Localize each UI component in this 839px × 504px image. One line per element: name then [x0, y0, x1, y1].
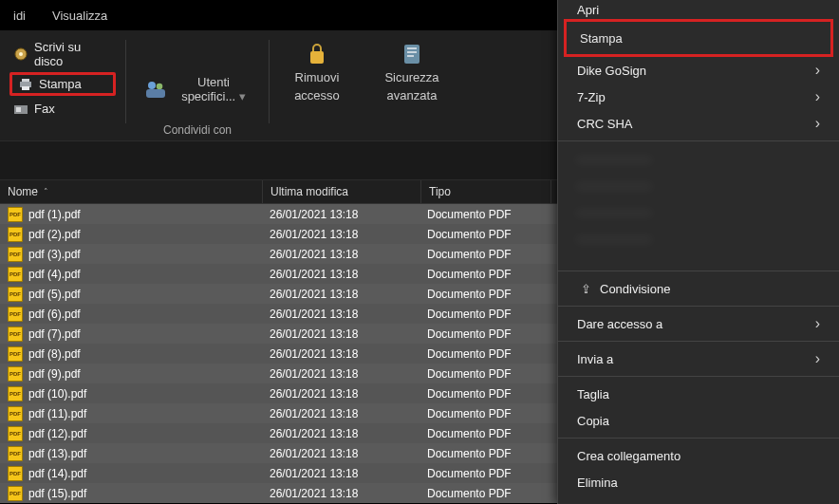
ctx-elimina[interactable]: Elimina [558, 469, 839, 495]
col-ultima-modifica[interactable]: Ultima modifica [263, 180, 421, 203]
scrivi-su-disco-button[interactable]: Scrivi su disco [9, 38, 116, 70]
cell-mod: 26/01/2021 13:18 [262, 367, 420, 381]
file-name: pdf (12).pdf [28, 427, 86, 440]
pdf-icon: PDF [8, 446, 23, 461]
cell-mod: 26/01/2021 13:18 [262, 248, 420, 261]
ctx-separator [558, 271, 839, 271]
file-name: pdf (11).pdf [28, 407, 86, 420]
file-name: pdf (4).pdf [28, 268, 81, 281]
cell-nome: PDFpdf (15).pdf [0, 486, 262, 501]
lock-icon [307, 42, 327, 66]
shield-icon [401, 42, 422, 66]
file-name: pdf (5).pdf [28, 288, 81, 301]
cell-tipo: Documento PDF [420, 467, 549, 480]
fax-label: Fax [34, 102, 55, 116]
cell-mod: 26/01/2021 13:18 [262, 387, 420, 401]
rimuovi-line2: accesso [294, 88, 340, 103]
ctx-blurred-items: —————— —————— —————— —————— [558, 145, 839, 267]
svg-rect-12 [407, 47, 417, 49]
fax-icon [13, 103, 28, 116]
cell-tipo: Documento PDF [420, 268, 549, 281]
cell-mod: 26/01/2021 13:18 [262, 347, 420, 361]
ctx-7zip[interactable]: 7-Zip [558, 84, 839, 110]
svg-rect-9 [146, 89, 165, 98]
sicur-line2: avanzata [387, 88, 438, 103]
cell-mod: 26/01/2021 13:18 [262, 327, 420, 341]
file-name: pdf (13).pdf [28, 447, 86, 460]
ctx-separator [558, 438, 839, 439]
cell-mod: 26/01/2021 13:18 [262, 447, 420, 460]
rimuovi-line1: Rimuovi [295, 70, 340, 84]
ctx-separator [558, 341, 839, 342]
ctx-dare-accesso[interactable]: Dare accesso a [558, 310, 839, 337]
pdf-icon: PDF [8, 486, 23, 501]
pdf-icon: PDF [8, 366, 23, 382]
cell-tipo: Documento PDF [420, 487, 549, 500]
cell-nome: PDFpdf (10).pdf [0, 386, 262, 401]
file-name: pdf (9).pdf [28, 367, 81, 381]
cell-nome: PDFpdf (2).pdf [0, 227, 262, 242]
scrivi-label: Scrivi su disco [34, 40, 112, 68]
pdf-icon: PDF [8, 327, 23, 342]
disc-icon [13, 47, 28, 62]
file-name: pdf (1).pdf [28, 208, 81, 221]
pdf-icon: PDF [8, 227, 23, 242]
col-tipo[interactable]: Tipo [421, 180, 551, 203]
cell-tipo: Documento PDF [420, 208, 549, 221]
tab-idi[interactable]: idi [0, 3, 39, 28]
svg-rect-4 [22, 86, 29, 90]
ctx-apri[interactable]: Apri [558, 0, 839, 19]
cell-tipo: Documento PDF [420, 308, 549, 321]
pdf-icon: PDF [8, 267, 23, 282]
sicurezza-avanzata-button[interactable]: Sicurezza avanzata [374, 38, 450, 106]
cell-nome: PDFpdf (12).pdf [0, 426, 262, 441]
cell-mod: 26/01/2021 13:18 [262, 308, 420, 321]
pdf-icon: PDF [8, 406, 23, 421]
ctx-crc-sha[interactable]: CRC SHA [558, 110, 839, 137]
ribbon-group-rimuovi: Rimuovi accesso [270, 38, 364, 140]
cell-mod: 26/01/2021 13:18 [262, 288, 420, 301]
cell-mod: 26/01/2021 13:18 [262, 407, 420, 420]
stampa-button[interactable]: Stampa [9, 72, 116, 96]
rimuovi-accesso-button[interactable]: Rimuovi accesso [279, 38, 355, 106]
ribbon-group-share: Utenti specifici... ▾ Condividi con [126, 38, 269, 140]
pdf-icon: PDF [8, 247, 23, 262]
file-name: pdf (10).pdf [28, 387, 86, 401]
utenti-specifici-button[interactable]: Utenti specifici... ▾ [136, 71, 259, 107]
cell-nome: PDFpdf (8).pdf [0, 346, 262, 362]
context-menu: Apri Stampa Dike GoSign 7-Zip CRC SHA ——… [557, 0, 839, 504]
file-name: pdf (2).pdf [28, 228, 81, 241]
svg-point-1 [19, 52, 23, 56]
ctx-rinomina[interactable]: Rinomina [558, 495, 839, 504]
cell-nome: PDFpdf (3).pdf [0, 247, 262, 262]
ribbon-group-sicurezza: Sicurezza avanzata [364, 38, 459, 140]
ctx-stampa[interactable]: Stampa [564, 19, 833, 57]
ribbon-group-send: Scrivi su disco Stampa Fax [0, 38, 125, 140]
fax-button[interactable]: Fax [9, 100, 116, 118]
cell-mod: 26/01/2021 13:18 [262, 487, 420, 500]
cell-tipo: Documento PDF [420, 347, 549, 361]
file-name: pdf (7).pdf [28, 327, 81, 341]
svg-rect-6 [16, 107, 21, 112]
cell-tipo: Documento PDF [420, 447, 549, 460]
svg-rect-13 [407, 51, 417, 53]
ctx-separator [558, 140, 839, 141]
ctx-invia-a[interactable]: Invia a [558, 345, 839, 372]
col-nome[interactable]: Nome˄ [0, 180, 263, 203]
tab-visualizza[interactable]: Visualizza [39, 3, 121, 28]
pdf-icon: PDF [8, 386, 23, 401]
ctx-dike-gosign[interactable]: Dike GoSign [558, 57, 839, 84]
pdf-icon: PDF [8, 466, 23, 481]
ctx-taglia[interactable]: Taglia [558, 381, 839, 407]
cell-tipo: Documento PDF [420, 427, 549, 440]
pdf-icon: PDF [8, 346, 23, 362]
cell-mod: 26/01/2021 13:18 [262, 208, 420, 221]
ctx-crea-collegamento[interactable]: Crea collegamento [558, 442, 839, 469]
pdf-icon: PDF [8, 307, 23, 322]
ctx-condivisione[interactable]: ⇪Condivisione [558, 275, 839, 302]
ctx-copia[interactable]: Copia [558, 407, 839, 434]
cell-mod: 26/01/2021 13:18 [262, 228, 420, 241]
cell-tipo: Documento PDF [420, 288, 549, 301]
ctx-separator [558, 306, 839, 307]
pdf-icon: PDF [8, 287, 23, 302]
